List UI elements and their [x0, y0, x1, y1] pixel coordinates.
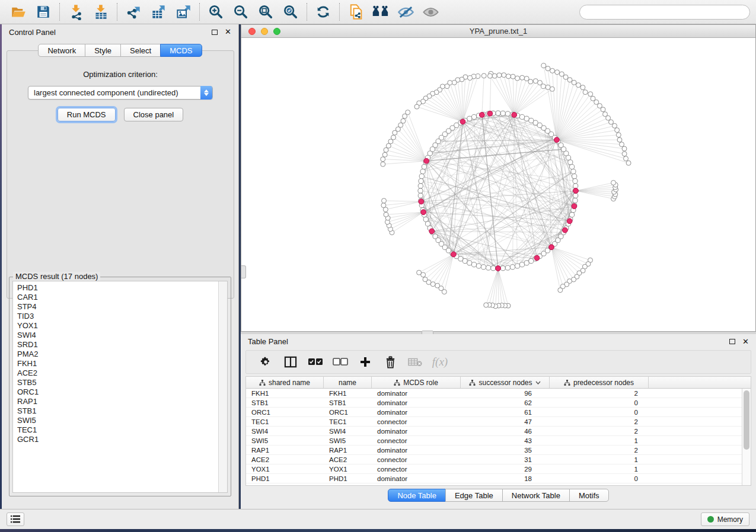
list-item[interactable]: STB1 [17, 406, 227, 416]
table-settings-gear-icon[interactable] [256, 353, 276, 371]
show-column-panel-icon[interactable] [280, 353, 301, 371]
tab-motifs[interactable]: Motifs [569, 489, 609, 502]
column-header-mcds-role[interactable]: MCDS role [372, 377, 461, 388]
duplicate-network-icon[interactable] [343, 1, 368, 23]
table-row[interactable]: SWI5 SWI5 connector 43 1 [246, 436, 751, 446]
zoom-in-icon[interactable] [203, 1, 228, 23]
table-row[interactable]: YOX1 YOX1 connector 29 1 [246, 464, 751, 474]
zoom-out-icon[interactable] [228, 1, 253, 23]
list-item[interactable]: YOX1 [17, 321, 227, 331]
network-window-titlebar: YPA_prune.txt_1 [241, 25, 755, 38]
mcds-result-list: PHD1 CAR1 STP4 TID3 YOX1 SWI4 SRD1 PMA2 … [12, 281, 228, 493]
table-row[interactable]: STB1 STB1 dominator 62 0 [246, 398, 751, 408]
table-panel: Table Panel ✕ [241, 334, 756, 509]
export-image-icon[interactable] [171, 1, 196, 23]
memory-status-dot [707, 516, 714, 523]
import-network-icon[interactable] [63, 1, 88, 23]
column-header-name[interactable]: name [324, 377, 372, 388]
optimization-select-value: largest connected component (undirected) [34, 88, 178, 97]
zoom-fit-icon[interactable] [253, 1, 278, 23]
mcds-list-scrollbar[interactable] [218, 281, 227, 492]
delete-table-icon-disabled [405, 353, 425, 371]
table-row[interactable]: ACE2 ACE2 connector 31 1 [246, 455, 751, 464]
list-item[interactable]: PMA2 [17, 350, 227, 359]
optimization-criterion-label: Optimization criterion: [7, 70, 234, 79]
mcds-tab-content: Optimization criterion: largest connecte… [7, 50, 234, 299]
list-item[interactable]: ACE2 [17, 368, 227, 378]
tab-select[interactable]: Select [120, 44, 161, 57]
first-neighbors-binoculars-icon[interactable] [368, 1, 393, 23]
create-column-plus-icon[interactable] [355, 353, 375, 371]
list-item[interactable]: SWI4 [17, 331, 227, 340]
network-graph[interactable] [241, 38, 755, 331]
column-header-shared-name[interactable]: shared name [246, 377, 324, 388]
float-panel-icon[interactable] [212, 30, 218, 35]
refresh-layout-icon[interactable] [311, 1, 336, 23]
toolbar-separator [307, 3, 307, 21]
select-spinner-icon [200, 86, 212, 100]
export-table-icon[interactable] [146, 1, 171, 23]
list-item[interactable]: TEC1 [17, 425, 227, 435]
import-table-icon[interactable] [88, 1, 113, 23]
table-row[interactable]: RAP1 RAP1 dominator 35 2 [246, 446, 751, 455]
table-row[interactable]: TEC1 TEC1 connector 47 2 [246, 417, 751, 427]
delete-column-trash-icon[interactable] [380, 353, 400, 371]
tab-node-table[interactable]: Node Table [388, 489, 446, 502]
list-item[interactable]: CAR1 [17, 293, 227, 302]
list-item[interactable]: TID3 [17, 312, 227, 321]
table-row[interactable]: PHD1 PHD1 dominator 18 0 [246, 474, 751, 483]
list-item[interactable]: FKH1 [17, 359, 227, 368]
show-all-eye-icon[interactable] [418, 1, 443, 23]
list-item[interactable]: STP4 [17, 302, 227, 312]
list-icon [11, 515, 20, 523]
close-panel-icon[interactable]: ✕ [225, 29, 231, 35]
table-row[interactable]: FKH1 FKH1 dominator 96 2 [246, 389, 751, 398]
control-panel-title: Control Panel [9, 28, 56, 37]
float-panel-icon[interactable] [729, 339, 735, 344]
zoom-selected-icon[interactable] [278, 1, 303, 23]
open-file-icon[interactable] [6, 1, 31, 23]
table-panel-tabs: Node Table Edge Table Network Table Moti… [241, 489, 756, 502]
list-item[interactable]: SRD1 [17, 340, 227, 350]
export-network-icon[interactable] [121, 1, 146, 23]
tab-mcds[interactable]: MCDS [160, 44, 202, 57]
list-item[interactable]: RAP1 [17, 397, 227, 406]
close-panel-icon[interactable]: ✕ [742, 339, 749, 345]
tab-network-table[interactable]: Network Table [502, 489, 570, 502]
list-item[interactable]: GCR1 [17, 435, 227, 444]
column-header-successor-nodes[interactable]: successor nodes [461, 377, 550, 388]
list-item[interactable]: SWI5 [17, 416, 227, 425]
toolbar-separator [339, 3, 340, 21]
memory-button[interactable]: Memory [701, 512, 749, 526]
list-item[interactable]: ORC1 [17, 387, 227, 397]
table-scrollbar[interactable] [742, 389, 751, 485]
mcds-result-title: MCDS result (17 nodes) [13, 272, 100, 281]
list-item[interactable]: STB5 [17, 378, 227, 387]
table-row[interactable]: SWI4 SWI4 dominator 46 2 [246, 427, 751, 436]
save-session-icon[interactable] [31, 1, 56, 23]
list-item[interactable]: PHD1 [17, 283, 227, 293]
close-panel-button[interactable]: Close panel [124, 108, 184, 121]
toolbar-separator [59, 3, 60, 21]
node-table: shared name name MCDS role successor nod… [245, 376, 751, 486]
optimization-select[interactable]: largest connected component (undirected) [28, 86, 213, 100]
canvas-splitter-handle[interactable] [241, 265, 246, 278]
search-input[interactable] [579, 5, 750, 20]
column-type-icon [469, 380, 476, 386]
table-scrollbar-thumb[interactable] [744, 390, 749, 450]
run-mcds-button[interactable]: Run MCDS [58, 108, 116, 121]
select-all-columns-icon[interactable] [305, 353, 326, 371]
column-type-icon [564, 380, 570, 386]
hide-selected-eye-slash-icon[interactable] [393, 1, 418, 23]
column-header-predecessor-nodes[interactable]: predecessor nodes [550, 377, 649, 388]
tab-network[interactable]: Network [38, 44, 85, 57]
tab-style[interactable]: Style [85, 44, 121, 57]
deselect-all-columns-icon[interactable] [330, 353, 350, 371]
control-panel: Control Panel ✕ Network Style Select MCD… [2, 24, 239, 509]
network-canvas[interactable] [241, 38, 755, 331]
toolbar-separator [199, 3, 200, 21]
table-row[interactable]: ORC1 ORC1 dominator 61 0 [246, 408, 751, 417]
tab-edge-table[interactable]: Edge Table [445, 489, 503, 502]
show-panels-list-button[interactable] [7, 512, 24, 526]
memory-label: Memory [717, 515, 743, 524]
